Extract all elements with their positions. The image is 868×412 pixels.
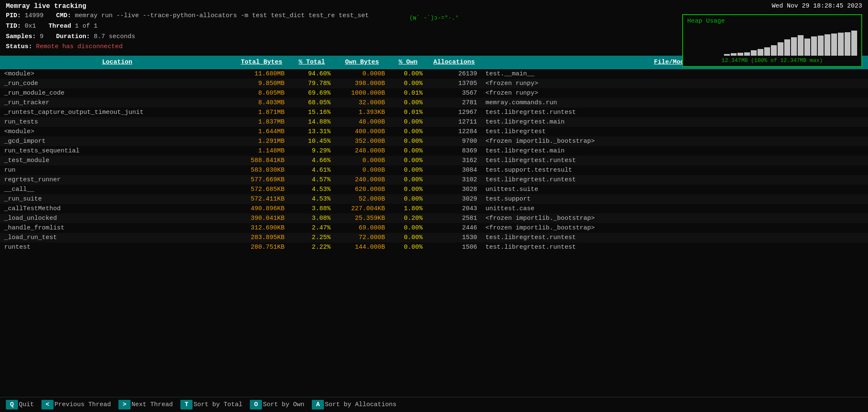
- table-cell: unittest.suite: [481, 185, 868, 194]
- heap-section: Heap Usage 12.347MB (100% of 12.347MB ma…: [682, 14, 862, 67]
- th-total-bytes: Total Bytes: [234, 57, 289, 67]
- table-cell: 227.004KB: [335, 204, 389, 213]
- table-cell: _handle_fromlist: [0, 224, 234, 232]
- app-title: Memray live tracking: [6, 3, 86, 10]
- table-cell: 52.000B: [335, 195, 389, 203]
- th-location: Location: [0, 57, 234, 67]
- table-cell: 12711: [427, 118, 481, 126]
- table-row: _run_suite572.411KB4.53%52.000B0.00%3029…: [0, 194, 868, 204]
- table-row: run583.030KB4.61%0.000B0.00%3084test.sup…: [0, 165, 868, 175]
- heap-bar: [811, 36, 817, 56]
- bottom-key[interactable]: Q: [6, 400, 18, 409]
- heap-bar: [758, 49, 763, 56]
- table-cell: _callTestMethod: [0, 204, 234, 213]
- table-cell: 2043: [427, 204, 481, 213]
- table-cell: <module>: [0, 70, 234, 78]
- status-label: Status:: [6, 42, 32, 52]
- table-cell: 3.88%: [289, 204, 335, 213]
- table-row: _handle_fromlist312.690KB2.47%69.000B0.0…: [0, 223, 868, 233]
- table-cell: 9.29%: [289, 147, 335, 155]
- table-cell: test.libregrtest.runtest: [481, 108, 868, 117]
- bottom-key[interactable]: A: [312, 400, 324, 409]
- heap-bar: [804, 39, 810, 56]
- table-cell: test.libregrtest.main: [481, 147, 868, 155]
- table-cell: 4.66%: [289, 156, 335, 165]
- table-cell: test.libregrtest.runtest: [481, 175, 868, 184]
- table-cell: 10.45%: [289, 137, 335, 146]
- bottom-key[interactable]: >: [118, 400, 131, 409]
- table-cell: 9700: [427, 137, 481, 146]
- table-cell: runtest: [0, 243, 234, 252]
- table-cell: 13705: [427, 79, 481, 88]
- table-cell: 2.22%: [289, 243, 335, 252]
- table-cell: 0.00%: [389, 137, 427, 146]
- table-cell: 12967: [427, 108, 481, 117]
- heap-bar: [838, 33, 844, 56]
- heap-bar: [751, 50, 757, 56]
- table-row: _test_module588.841KB4.66%0.000B0.00%316…: [0, 156, 868, 165]
- table-cell: 3084: [427, 166, 481, 175]
- table-cell: 8.605MB: [234, 89, 289, 98]
- table-cell: 2781: [427, 98, 481, 107]
- table-cell: 1.393KB: [335, 108, 389, 117]
- heap-bar: [724, 54, 730, 56]
- table-cell: <frozen importlib._bootstrap>: [481, 137, 868, 146]
- table-cell: run_tests_sequential: [0, 147, 234, 155]
- pid-label: PID:: [6, 11, 21, 21]
- table-row: __call__572.685KB4.53%620.000B0.00%3028u…: [0, 185, 868, 194]
- table-cell: <frozen importlib._bootstrap>: [481, 214, 868, 223]
- table-row: _load_run_test283.895KB2.25%72.000B0.00%…: [0, 233, 868, 242]
- table-cell: 398.000B: [335, 79, 389, 88]
- table-cell: 9.850MB: [234, 79, 289, 88]
- table-cell: run: [0, 166, 234, 175]
- bottom-key[interactable]: <: [41, 400, 54, 409]
- table-cell: 0.00%: [389, 147, 427, 155]
- table-section: Location Total Bytes % Total Own Bytes %…: [0, 56, 868, 397]
- table-cell: 0.00%: [389, 156, 427, 165]
- bottom-key[interactable]: T: [180, 400, 193, 409]
- table-cell: 68.05%: [289, 98, 335, 107]
- table-cell: test.libregrtest.main: [481, 118, 868, 126]
- heap-bar: [791, 37, 797, 56]
- table-cell: 4.61%: [289, 166, 335, 175]
- table-cell: 280.751KB: [234, 243, 289, 252]
- table-cell: 79.78%: [289, 79, 335, 88]
- table-cell: 0.00%: [389, 243, 427, 252]
- bottom-key[interactable]: O: [250, 400, 262, 409]
- table-cell: 3162: [427, 156, 481, 165]
- table-body: <module>11.680MB94.60%0.000B0.00%26139te…: [0, 69, 868, 252]
- table-cell: 390.041KB: [234, 214, 289, 223]
- table-cell: <frozen importlib._bootstrap>: [481, 224, 868, 232]
- table-cell: 48.000B: [335, 118, 389, 126]
- table-cell: 26139: [427, 70, 481, 78]
- table-cell: 240.000B: [335, 175, 389, 184]
- table-cell: 1000.000B: [335, 89, 389, 98]
- table-cell: 283.895KB: [234, 233, 289, 242]
- table-cell: _run_tracker: [0, 98, 234, 107]
- table-cell: 3567: [427, 89, 481, 98]
- table-row: _run_code9.850MB79.78%398.000B0.00%13705…: [0, 79, 868, 88]
- table-cell: 490.896KB: [234, 204, 289, 213]
- table-cell: 0.00%: [389, 175, 427, 184]
- table-cell: 1530: [427, 233, 481, 242]
- table-cell: 3.08%: [289, 214, 335, 223]
- duration-label: Duration:: [56, 32, 90, 42]
- th-own-bytes: Own Bytes: [335, 57, 389, 67]
- table-cell: 588.841KB: [234, 156, 289, 165]
- table-cell: _runtest_capture_output_timeout_junit: [0, 108, 234, 117]
- samples-label: Samples:: [6, 32, 36, 42]
- table-cell: 144.000B: [335, 243, 389, 252]
- table-cell: <module>: [0, 127, 234, 136]
- table-cell: 72.000B: [335, 233, 389, 242]
- heap-bar: [737, 53, 743, 56]
- heap-chart: [687, 26, 857, 56]
- table-cell: 0.00%: [389, 79, 427, 88]
- heap-bar: [824, 34, 830, 56]
- heap-label: Heap Usage: [687, 18, 857, 25]
- table-cell: 0.00%: [389, 166, 427, 175]
- table-cell: regrtest_runner: [0, 175, 234, 184]
- th-allocations: Allocations: [427, 57, 481, 67]
- cmd-label: CMD:: [56, 11, 71, 21]
- table-cell: unittest.case: [481, 204, 868, 213]
- ascii-art: (ɴ` -´)ɔ-=*·.°: [409, 14, 459, 21]
